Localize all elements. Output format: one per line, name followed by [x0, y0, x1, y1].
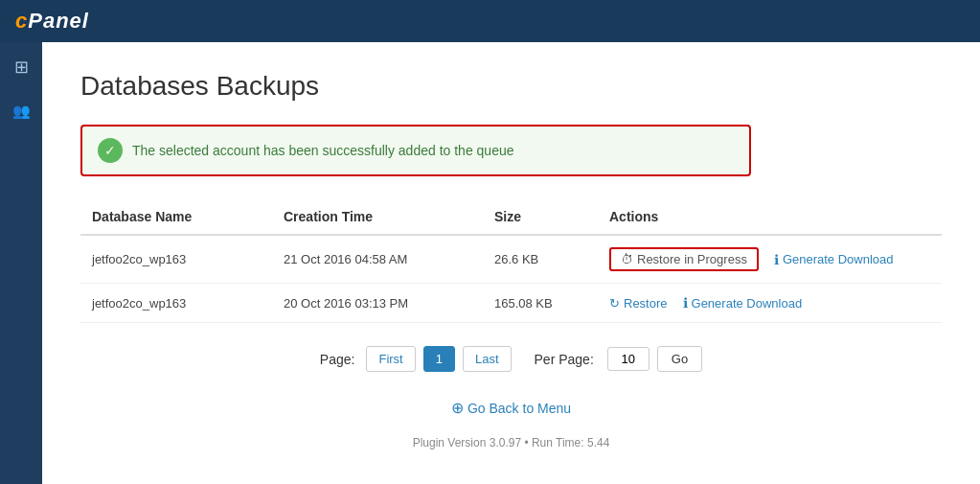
- restore-in-progress-badge: ⏱ Restore in Progress: [609, 247, 759, 271]
- current-page-button[interactable]: 1: [423, 346, 455, 372]
- db-name-cell: jetfoo2co_wp163: [80, 284, 272, 323]
- pagination-bar: Page: First 1 Last Per Page: Go: [80, 346, 942, 372]
- last-page-button[interactable]: Last: [463, 346, 512, 372]
- creation-time-cell: 21 Oct 2016 04:58 AM: [272, 235, 483, 284]
- generate-download-label-row2: Generate Download: [692, 296, 803, 311]
- notification-banner: ✓ The selected account has been successf…: [80, 125, 751, 176]
- logo-panel: Panel: [28, 9, 89, 33]
- table-header-row: Database Name Creation Time Size Actions: [80, 199, 942, 235]
- db-name-cell: jetfoo2co_wp163: [80, 235, 272, 284]
- users-icon[interactable]: 👥: [6, 96, 36, 127]
- table-row: jetfoo2co_wp163 21 Oct 2016 04:58 AM 26.…: [80, 235, 942, 284]
- restore-progress-label: Restore in Progress: [637, 252, 747, 266]
- sidebar: ⊞ 👥: [0, 42, 42, 484]
- back-link-label: Go Back to Menu: [467, 401, 571, 416]
- generate-download-label-row1: Generate Download: [783, 252, 894, 266]
- clock-icon: ⏱: [621, 252, 633, 266]
- generate-download-link-row2[interactable]: ℹ Generate Download: [683, 295, 803, 311]
- main-layout: ⊞ 👥 Databases Backups ✓ The selected acc…: [0, 42, 980, 484]
- back-link-row: ⊕ Go Back to Menu: [80, 399, 942, 417]
- table-row: jetfoo2co_wp163 20 Oct 2016 03:13 PM 165…: [80, 284, 942, 323]
- page-label: Page:: [320, 352, 355, 367]
- logo-c: c: [15, 9, 28, 33]
- notification-text: The selected account has been successful…: [132, 143, 514, 158]
- size-cell: 26.6 KB: [483, 235, 598, 284]
- actions-cell: ↻ Restore ℹ Generate Download: [598, 284, 942, 323]
- go-button[interactable]: Go: [657, 346, 702, 372]
- grid-icon[interactable]: ⊞: [6, 52, 36, 82]
- creation-time-cell: 20 Oct 2016 03:13 PM: [272, 284, 483, 323]
- back-to-menu-link[interactable]: ⊕ Go Back to Menu: [451, 399, 571, 417]
- col-header-actions: Actions: [598, 199, 942, 235]
- per-page-input[interactable]: [607, 347, 650, 371]
- col-header-db: Database Name: [80, 199, 272, 235]
- col-header-size: Size: [483, 199, 598, 235]
- info-icon-row1: ℹ: [774, 252, 779, 267]
- per-page-label: Per Page:: [535, 352, 594, 367]
- success-icon: ✓: [98, 138, 123, 163]
- page-title: Databases Backups: [80, 71, 942, 102]
- backups-table: Database Name Creation Time Size Actions…: [80, 199, 942, 323]
- info-icon-row2: ℹ: [683, 295, 688, 311]
- restore-label-row2: Restore: [624, 296, 668, 311]
- restore-link-row2[interactable]: ↻ Restore: [609, 296, 668, 311]
- size-cell: 165.08 KB: [483, 284, 598, 323]
- cpanel-logo: cPanel: [15, 9, 89, 34]
- footer: Plugin Version 3.0.97 • Run Time: 5.44: [80, 436, 942, 449]
- footer-text: Plugin Version 3.0.97 • Run Time: 5.44: [413, 436, 610, 449]
- actions-cell: ⏱ Restore in Progress ℹ Generate Downloa…: [598, 235, 942, 284]
- first-page-button[interactable]: First: [366, 346, 415, 372]
- topbar: cPanel: [0, 0, 980, 42]
- refresh-icon-row2: ↻: [609, 296, 620, 311]
- main-content: Databases Backups ✓ The selected account…: [42, 42, 980, 484]
- back-icon: ⊕: [451, 399, 464, 417]
- col-header-time: Creation Time: [272, 199, 483, 235]
- generate-download-link-row1[interactable]: ℹ Generate Download: [774, 252, 894, 267]
